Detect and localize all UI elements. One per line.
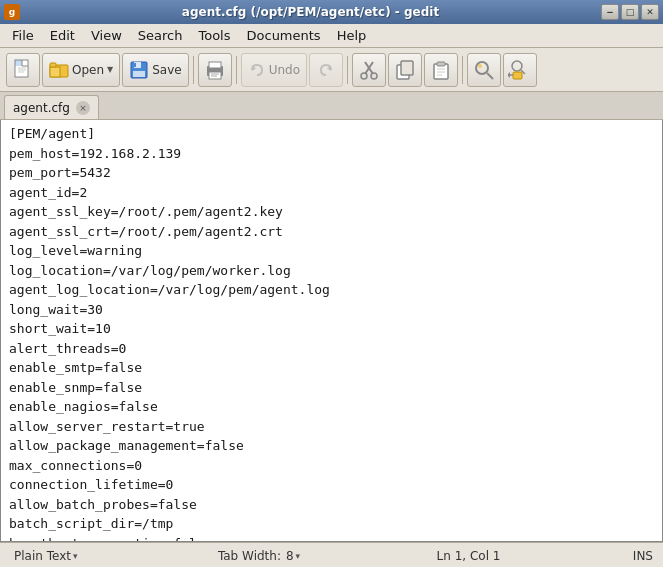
paste-icon bbox=[431, 60, 451, 80]
save-button[interactable]: Save bbox=[122, 53, 188, 87]
tabbar: agent.cfg × bbox=[0, 92, 663, 120]
print-icon bbox=[204, 59, 226, 81]
menu-view[interactable]: View bbox=[83, 26, 130, 45]
editor-container: [PEM/agent] pem_host=192.168.2.139 pem_p… bbox=[0, 120, 663, 542]
cursor-section: Ln 1, Col 1 bbox=[437, 549, 501, 563]
open-dropdown-arrow[interactable]: ▼ bbox=[107, 65, 113, 74]
tabwidth-dropdown[interactable]: Tab Width: 8 ▾ bbox=[214, 548, 304, 564]
svg-point-32 bbox=[476, 62, 488, 74]
svg-rect-9 bbox=[50, 63, 56, 67]
separator-1 bbox=[193, 56, 194, 84]
svg-point-35 bbox=[512, 61, 522, 71]
window-title: agent.cfg (/opt/PEM/agent/etc) - gedit bbox=[20, 5, 601, 19]
svg-marker-39 bbox=[508, 72, 510, 78]
svg-rect-26 bbox=[401, 61, 413, 75]
svg-point-24 bbox=[371, 73, 377, 79]
maximize-button[interactable]: □ bbox=[621, 4, 639, 20]
copy-icon bbox=[395, 60, 415, 80]
undo-label: Undo bbox=[269, 63, 300, 77]
minimize-button[interactable]: − bbox=[601, 4, 619, 20]
menu-search[interactable]: Search bbox=[130, 26, 191, 45]
replace-button[interactable] bbox=[503, 53, 537, 87]
print-button[interactable] bbox=[198, 53, 232, 87]
open-label: Open bbox=[72, 63, 104, 77]
separator-3 bbox=[347, 56, 348, 84]
replace-icon bbox=[508, 58, 532, 82]
separator-4 bbox=[462, 56, 463, 84]
undo-button[interactable]: Undo bbox=[241, 53, 307, 87]
language-label: Plain Text bbox=[14, 549, 71, 563]
paste-button[interactable] bbox=[424, 53, 458, 87]
menu-documents[interactable]: Documents bbox=[239, 26, 329, 45]
ins-section: INS bbox=[633, 549, 653, 563]
tabwidth-value: 8 bbox=[286, 549, 294, 563]
statusbar: Plain Text ▾ Tab Width: 8 ▾ Ln 1, Col 1 … bbox=[0, 542, 663, 567]
redo-button[interactable] bbox=[309, 53, 343, 87]
redo-icon bbox=[317, 61, 335, 79]
ins-mode: INS bbox=[633, 549, 653, 563]
svg-rect-15 bbox=[209, 62, 221, 68]
tabwidth-dropdown-icon: ▾ bbox=[296, 551, 301, 561]
tabwidth-label: Tab Width: bbox=[218, 549, 281, 563]
menu-edit[interactable]: Edit bbox=[42, 26, 83, 45]
language-dropdown-icon: ▾ bbox=[73, 551, 78, 561]
svg-rect-37 bbox=[513, 72, 522, 79]
toolbar: Open ▼ Save Undo bbox=[0, 48, 663, 92]
menu-file[interactable]: File bbox=[4, 26, 42, 45]
menu-tools[interactable]: Tools bbox=[190, 26, 238, 45]
find-button[interactable] bbox=[467, 53, 501, 87]
open-folder-icon bbox=[49, 60, 69, 80]
svg-rect-12 bbox=[133, 71, 145, 77]
svg-point-34 bbox=[478, 64, 482, 68]
menubar: File Edit View Search Tools Documents He… bbox=[0, 24, 663, 48]
cut-button[interactable] bbox=[352, 53, 386, 87]
tab-close-button[interactable]: × bbox=[76, 101, 90, 115]
open-button[interactable]: Open ▼ bbox=[42, 53, 120, 87]
svg-text:g: g bbox=[9, 7, 15, 17]
titlebar: g agent.cfg (/opt/PEM/agent/etc) - gedit… bbox=[0, 0, 663, 24]
copy-button[interactable] bbox=[388, 53, 422, 87]
window-controls: − □ ✕ bbox=[601, 4, 659, 20]
tabwidth-section: Tab Width: 8 ▾ bbox=[214, 548, 304, 564]
svg-rect-28 bbox=[437, 62, 445, 66]
menu-help[interactable]: Help bbox=[329, 26, 375, 45]
svg-rect-3 bbox=[15, 60, 22, 66]
save-icon bbox=[129, 60, 149, 80]
undo-icon bbox=[248, 61, 266, 79]
language-dropdown[interactable]: Plain Text ▾ bbox=[10, 548, 81, 564]
svg-rect-13 bbox=[134, 63, 136, 67]
find-icon bbox=[472, 58, 496, 82]
svg-line-33 bbox=[487, 73, 493, 79]
svg-rect-8 bbox=[50, 67, 60, 77]
cut-icon bbox=[359, 60, 379, 80]
new-icon bbox=[12, 59, 34, 81]
save-label: Save bbox=[152, 63, 181, 77]
app-icon: g bbox=[4, 4, 20, 20]
new-button[interactable] bbox=[6, 53, 40, 87]
svg-point-23 bbox=[361, 73, 367, 79]
tab-label: agent.cfg bbox=[13, 101, 70, 115]
separator-2 bbox=[236, 56, 237, 84]
cursor-position: Ln 1, Col 1 bbox=[437, 549, 501, 563]
tab-agent-cfg[interactable]: agent.cfg × bbox=[4, 95, 99, 119]
close-button[interactable]: ✕ bbox=[641, 4, 659, 20]
editor-content[interactable]: [PEM/agent] pem_host=192.168.2.139 pem_p… bbox=[1, 120, 662, 541]
language-section: Plain Text ▾ bbox=[10, 548, 81, 564]
